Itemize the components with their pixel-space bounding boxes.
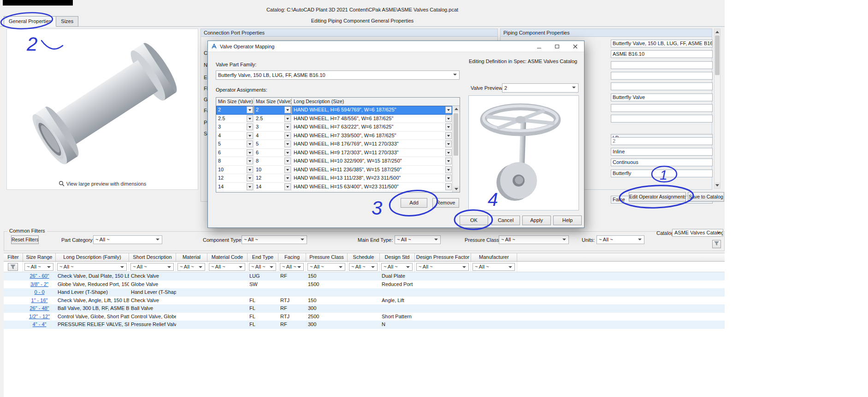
size-range-link[interactable]: 1/2" - 12" xyxy=(29,314,50,319)
component-type-dropdown[interactable]: ~ All ~ xyxy=(242,235,307,244)
pressure-class-dropdown[interactable]: ~ All ~ xyxy=(499,235,569,244)
end-type-filter-dropdown[interactable]: ~ All ~ xyxy=(249,263,276,271)
save-to-catalog-button[interactable]: Save to Catalog xyxy=(688,192,724,202)
edit-operator-assignments-button[interactable]: Edit Operator Assignments xyxy=(629,192,686,202)
dropdown-arrow-icon[interactable] xyxy=(247,183,253,190)
piping-field[interactable] xyxy=(611,61,713,69)
col-header-facing[interactable]: Facing xyxy=(278,253,306,261)
dropdown-arrow-icon[interactable] xyxy=(247,106,253,113)
piping-field[interactable] xyxy=(611,115,713,123)
dropdown-arrow-icon[interactable] xyxy=(284,149,291,156)
col-header-design-std[interactable]: Design Std xyxy=(380,253,415,261)
cancel-button[interactable]: Cancel xyxy=(491,216,520,225)
piping-field[interactable] xyxy=(611,72,713,80)
operator-assignment-row[interactable]: 10 10 HAND WHEEL, H=11 236/385", W=15 18… xyxy=(216,166,452,175)
valve-preview-dropdown[interactable]: 2 xyxy=(502,83,579,93)
part-category-dropdown[interactable]: ~ All ~ xyxy=(93,235,162,244)
size-range-link[interactable]: 1" - 16" xyxy=(31,298,48,303)
col-header-material-code[interactable]: Material Code xyxy=(207,253,248,261)
add-button[interactable]: Add xyxy=(401,198,427,208)
dropdown-arrow-icon[interactable] xyxy=(445,183,452,190)
reset-filters-button[interactable]: Reset Filters xyxy=(11,235,39,244)
col-header-filter[interactable]: Filter xyxy=(4,253,23,261)
size-range-link[interactable]: 3/8" - 2" xyxy=(30,281,48,287)
schedule-filter-dropdown[interactable]: ~ All ~ xyxy=(349,263,378,271)
scroll-down-icon[interactable] xyxy=(714,182,720,188)
operator-assignment-row[interactable]: 14 14 HAND WHEEL, H=15 63/400", W=23 311… xyxy=(216,183,452,192)
material-filter-dropdown[interactable]: ~ All ~ xyxy=(177,263,205,271)
scroll-down-icon[interactable] xyxy=(453,186,460,192)
piping-field-long-description[interactable]: Butterfly Valve, 150 LB, LUG, FF, ASME B… xyxy=(611,40,713,47)
dropdown-arrow-icon[interactable] xyxy=(445,132,452,139)
material-code-filter-dropdown[interactable]: ~ All ~ xyxy=(209,263,245,271)
maximize-icon[interactable] xyxy=(548,41,566,52)
piping-field[interactable] xyxy=(611,82,713,90)
dropdown-arrow-icon[interactable] xyxy=(284,183,291,190)
dropdown-arrow-icon[interactable] xyxy=(284,166,291,173)
scrollbar-thumb[interactable] xyxy=(454,113,458,156)
col-header-size-range[interactable]: Size Range xyxy=(23,253,56,261)
dropdown-arrow-icon[interactable] xyxy=(284,140,291,147)
design-std-filter-dropdown[interactable]: ~ All ~ xyxy=(381,263,413,271)
catalog-dropdown[interactable]: ASME Valves Catalog xyxy=(672,229,723,237)
dropdown-arrow-icon[interactable] xyxy=(445,115,452,122)
valve-part-family-dropdown[interactable]: Butterfly Valve, 150 LB, LUG, FF, ASME B… xyxy=(216,70,460,80)
close-icon[interactable] xyxy=(566,41,584,52)
col-header-end-type[interactable]: End Type xyxy=(248,253,278,261)
table-row[interactable]: 1/2" - 12" Control Valve, Globe, Short P… xyxy=(4,313,725,321)
dropdown-arrow-icon[interactable] xyxy=(247,132,253,139)
scroll-up-icon[interactable] xyxy=(714,29,720,35)
table-row[interactable]: 1" - 16" Check Valve, Angle, Lift, 150 L… xyxy=(4,297,725,305)
piping-field[interactable] xyxy=(611,104,713,112)
tab-sizes[interactable]: Sizes xyxy=(56,16,78,27)
dropdown-arrow-icon[interactable] xyxy=(284,106,291,113)
facing-filter-dropdown[interactable]: ~ All ~ xyxy=(280,263,304,271)
piping-field-joint[interactable]: Inline xyxy=(611,148,713,156)
size-range-filter-dropdown[interactable]: ~ All ~ xyxy=(24,263,53,271)
long-description-filter-dropdown[interactable]: ~ All ~ xyxy=(57,263,127,271)
dropdown-arrow-icon[interactable] xyxy=(445,106,452,113)
piping-field-short-description[interactable]: Butterfly Valve xyxy=(611,93,713,101)
dropdown-arrow-icon[interactable] xyxy=(247,123,253,130)
operator-assignment-row[interactable]: 3 3 HAND WHEEL, H=7 63/222", W=6 187/625… xyxy=(216,123,452,132)
piping-field-valve-type[interactable]: Butterfly xyxy=(611,169,713,177)
table-row[interactable]: 4" - 4" PRESSURE RELIEF VALVE, SPRING Pr… xyxy=(4,321,725,329)
col-header-long-description[interactable]: Long Description (Family) xyxy=(56,253,129,261)
dropdown-arrow-icon[interactable] xyxy=(445,123,452,130)
dialog-title-bar[interactable]: Valve Operator Mapping xyxy=(208,41,584,52)
ok-button[interactable]: OK xyxy=(460,216,488,225)
operator-assignment-row[interactable]: 2.5 2.5 HAND WHEEL, H=7 48/556", W=6 187… xyxy=(216,115,452,123)
operator-assignment-row[interactable]: 6 6 HAND WHEEL, H=9 172/303", W=11 270/3… xyxy=(216,149,452,158)
scrollbar-thumb[interactable] xyxy=(715,35,720,75)
operator-assignment-row[interactable]: 5 5 HAND WHEEL, H=8 176/769", W=11 270/3… xyxy=(216,140,452,149)
size-range-link[interactable]: 4" - 4" xyxy=(33,321,47,327)
col-header-manufacturer[interactable]: Manufacturer xyxy=(471,253,517,261)
piping-field-standard[interactable]: ASME B16.10 xyxy=(611,50,713,58)
col-header-material[interactable]: Material xyxy=(176,253,207,261)
filter-settings-button[interactable] xyxy=(712,240,721,248)
design-pressure-factor-filter-dropdown[interactable]: ~ All ~ xyxy=(416,263,469,271)
tab-general-properties[interactable]: General Properties xyxy=(4,16,56,27)
dropdown-arrow-icon[interactable] xyxy=(247,140,253,147)
minimize-icon[interactable] xyxy=(530,41,548,52)
dropdown-arrow-icon[interactable] xyxy=(247,158,253,164)
grid-scrollbar[interactable] xyxy=(452,106,460,192)
dropdown-arrow-icon[interactable] xyxy=(284,158,291,164)
dropdown-arrow-icon[interactable] xyxy=(247,166,253,173)
dropdown-arrow-icon[interactable] xyxy=(445,140,452,147)
size-range-link[interactable]: 0 - 0 xyxy=(34,289,44,295)
dropdown-arrow-icon[interactable] xyxy=(445,149,452,156)
view-large-preview-link[interactable]: View large preview with dimensions xyxy=(7,181,198,187)
scroll-up-icon[interactable] xyxy=(453,106,460,112)
col-header-design-pressure-factor[interactable]: Design Pressure Factor xyxy=(415,253,471,261)
dropdown-arrow-icon[interactable] xyxy=(247,149,253,156)
dropdown-arrow-icon[interactable] xyxy=(247,175,253,181)
size-range-link[interactable]: 26" - 48" xyxy=(30,305,49,311)
dropdown-arrow-icon[interactable] xyxy=(284,132,291,139)
col-header-pressure-class[interactable]: Pressure Class xyxy=(306,253,348,261)
dropdown-arrow-icon[interactable] xyxy=(445,166,452,173)
dropdown-arrow-icon[interactable] xyxy=(247,115,253,122)
dropdown-arrow-icon[interactable] xyxy=(445,175,452,181)
dropdown-arrow-icon[interactable] xyxy=(445,158,452,164)
table-row[interactable]: 26" - 60" Check Valve, Dual Plate, 150 L… xyxy=(4,272,725,280)
